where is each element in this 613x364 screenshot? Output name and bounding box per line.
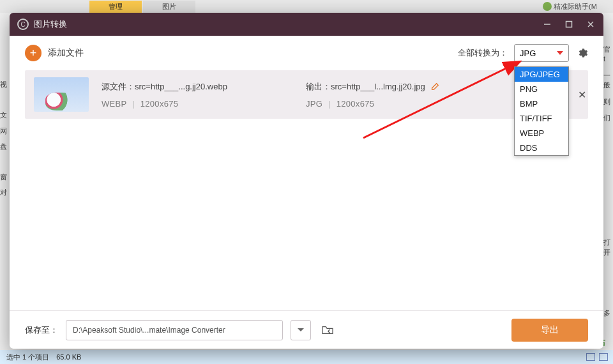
app-icon: C bbox=[17, 19, 29, 30]
dropdown-item-dds[interactable]: DDS bbox=[515, 140, 568, 155]
dropdown-item-jpg[interactable]: JPG/JPEG bbox=[515, 67, 568, 82]
source-format: WEBP bbox=[102, 99, 126, 109]
output-file-label: 输出： bbox=[306, 81, 331, 93]
app-window: C 图片转换 + 添加文件 全部转换为： JPG JPG/JPEG PNG BM… bbox=[10, 13, 603, 349]
save-to-label: 保存至： bbox=[25, 324, 58, 336]
source-file-name: src=http___...g.jj20.webp bbox=[135, 82, 227, 91]
footer: 保存至： D:\Apeaksoft Studio\...mate\Image C… bbox=[10, 310, 603, 349]
source-dimensions: 1200x675 bbox=[140, 99, 179, 109]
bg-tab-image: 图片 bbox=[143, 1, 195, 13]
output-file-name: src=http___l...lmg.jj20.jpg bbox=[331, 82, 425, 91]
add-file-button[interactable]: + 添加文件 bbox=[25, 45, 84, 61]
file-row[interactable]: 源文件： src=http___...g.jj20.webp WEBP | 12… bbox=[25, 70, 588, 119]
dropdown-item-tif[interactable]: TIF/TIFF bbox=[515, 111, 568, 126]
add-file-label: 添加文件 bbox=[48, 47, 84, 59]
window-title: 图片转换 bbox=[34, 19, 542, 30]
toolbar: + 添加文件 全部转换为： JPG bbox=[10, 36, 603, 70]
save-path-field[interactable]: D:\Apeaksoft Studio\...mate\Image Conver… bbox=[66, 320, 283, 340]
folder-icon bbox=[321, 325, 334, 335]
source-file-label: 源文件： bbox=[102, 81, 135, 93]
bg-helper-label: 精准际助手(M bbox=[554, 2, 597, 11]
settings-button[interactable] bbox=[577, 47, 588, 59]
bg-left-strip: 视 文 网盘 窗 对 bbox=[0, 77, 10, 201]
maximize-button[interactable] bbox=[564, 19, 574, 29]
format-dropdown[interactable]: JPG/JPEG PNG BMP TIF/TIFF WEBP DDS bbox=[514, 66, 569, 156]
chevron-down-icon bbox=[557, 51, 563, 55]
bg-helper-icon bbox=[543, 2, 552, 11]
close-button[interactable] bbox=[586, 19, 596, 29]
bg-top-right: 精准际助手(M bbox=[543, 0, 613, 13]
bg-view-icon bbox=[586, 353, 595, 361]
background-tab-bar: 管理 图片 bbox=[0, 0, 613, 13]
minimize-button[interactable] bbox=[542, 19, 552, 29]
plus-icon: + bbox=[25, 45, 42, 61]
export-button-label: 导出 bbox=[541, 324, 559, 336]
dropdown-item-png[interactable]: PNG bbox=[515, 82, 568, 96]
format-select[interactable]: JPG bbox=[514, 44, 569, 62]
format-select-value: JPG bbox=[520, 49, 536, 58]
bg-view-icon bbox=[599, 353, 608, 361]
gear-icon bbox=[577, 47, 588, 59]
chevron-down-icon bbox=[297, 327, 305, 333]
convert-all-label: 全部转换为： bbox=[458, 47, 508, 59]
bg-status-text: 选中 1 个项目 65.0 KB bbox=[6, 353, 81, 362]
dropdown-item-bmp[interactable]: BMP bbox=[515, 96, 568, 111]
bg-status-bar: 选中 1 个项目 65.0 KB bbox=[0, 350, 613, 364]
bg-right-strip: 官 t 一般 则， 们 打开 多 云强 文 bbox=[603, 45, 613, 364]
bg-tab-manage: 管理 bbox=[89, 1, 142, 13]
edit-output-button[interactable] bbox=[430, 82, 439, 91]
open-folder-button[interactable] bbox=[319, 321, 337, 339]
save-path-value: D:\Apeaksoft Studio\...mate\Image Conver… bbox=[73, 326, 225, 335]
export-button[interactable]: 导出 bbox=[511, 319, 588, 342]
file-thumbnail bbox=[34, 77, 89, 112]
output-dimensions: 1200x675 bbox=[337, 99, 375, 109]
path-dropdown-button[interactable] bbox=[291, 320, 311, 340]
remove-file-button[interactable]: ✕ bbox=[575, 88, 588, 101]
output-format: JPG bbox=[306, 99, 322, 109]
titlebar: C 图片转换 bbox=[10, 13, 603, 36]
svg-rect-1 bbox=[566, 22, 572, 27]
dropdown-item-webp[interactable]: WEBP bbox=[515, 126, 568, 140]
